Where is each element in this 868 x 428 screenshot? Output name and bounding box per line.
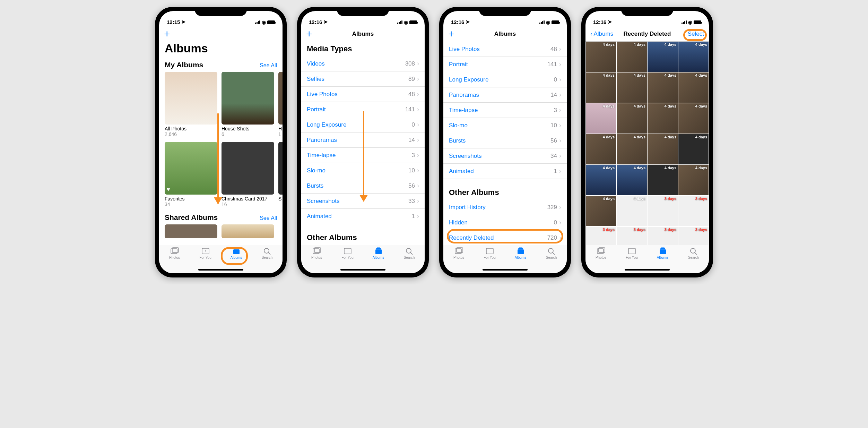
photo-cell[interactable]: 3 days [617,227,647,245]
see-all-link[interactable]: See All [260,62,277,69]
time-label: 12:16 [309,19,322,25]
photo-cell[interactable]: 4 days [617,42,647,72]
list-row[interactable]: Animated1› [301,209,425,224]
album-item[interactable]: All Photos 2,646 [165,72,217,137]
photo-cell[interactable]: 4 days [617,134,647,164]
photo-cell[interactable]: 4 days [678,165,709,195]
tab-search[interactable]: Search [536,247,567,273]
see-all-link[interactable]: See All [260,215,277,221]
photo-cell[interactable]: 4 days [586,165,616,195]
tab-search[interactable]: Search [252,247,283,273]
list-row[interactable]: Time-lapse3› [443,103,567,118]
photo-cell[interactable]: 4 days [648,42,678,72]
foryou-icon [485,247,494,255]
row-value: 56 [408,182,415,189]
album-item[interactable]: ♥ Favorites 34 [165,142,217,207]
photo-cell[interactable]: 4 days [648,165,678,195]
photo-cell[interactable]: 4 days [617,72,647,103]
list-row[interactable]: Screenshots34› [443,148,567,164]
list-row[interactable]: Recently Deleted720› [443,230,567,245]
svg-rect-28 [660,248,665,249]
days-remaining-label: 4 days [603,197,615,201]
photo-cell[interactable]: 4 days [678,72,709,103]
days-remaining-label: 4 days [603,42,615,46]
photo-cell[interactable]: 3 days [648,227,678,245]
list-row[interactable]: Import History329› [443,200,567,215]
list-row[interactable]: Bursts56› [443,133,567,148]
home-indicator[interactable] [340,269,385,271]
chevron-right-icon: › [417,106,419,113]
photo-cell[interactable]: 4 days [678,42,709,72]
screen: 12:16➤ ◉ + Albums Live Photos48›Portrait… [443,11,567,273]
days-remaining-label: 3 days [665,228,676,232]
photo-cell[interactable]: 3 days [586,227,616,245]
album-count: 16 [222,202,274,207]
home-indicator[interactable] [198,269,243,271]
back-button[interactable]: ‹ Albums [590,31,613,37]
days-remaining-label: 4 days [695,104,707,108]
battery-icon [552,20,559,24]
photo-cell[interactable]: 3 days [678,196,709,226]
tab-photos[interactable]: Photos [585,247,616,273]
photo-cell[interactable]: 4 days [617,165,647,195]
days-remaining-label: 4 days [665,73,676,77]
album-item[interactable]: S [278,142,283,207]
list-row[interactable]: Portrait141› [443,57,567,72]
add-button[interactable]: + [306,29,312,39]
row-label: Slo-mo [307,167,408,174]
tab-photos[interactable]: Photos [159,247,190,273]
svg-rect-24 [597,249,604,254]
home-indicator[interactable] [483,269,528,271]
list-row[interactable]: Live Photos48› [443,42,567,57]
tab-search[interactable]: Search [678,247,709,273]
list-row[interactable]: Hidden0› [443,215,567,230]
album-item[interactable] [165,224,217,238]
photo-cell[interactable]: 3 days [678,227,709,245]
home-indicator[interactable] [625,269,670,271]
photo-cell[interactable]: 4 days [586,134,616,164]
photo-cell[interactable]: 4 days [678,103,709,134]
album-thumb [165,72,217,125]
days-remaining-label: 3 days [695,228,707,232]
search-icon [689,247,698,255]
photo-cell[interactable]: 4 days [617,196,647,226]
photo-cell[interactable]: 4 days [586,42,616,72]
svg-rect-11 [375,249,382,254]
photo-cell[interactable]: 4 days [678,134,709,164]
photo-cell[interactable]: 3 days [648,196,678,226]
album-item[interactable]: H 1 [278,72,283,137]
photo-cell[interactable]: 4 days [648,72,678,103]
days-remaining-label: 4 days [603,135,615,139]
list-row[interactable]: Panoramas14› [443,87,567,103]
photo-cell[interactable]: 4 days [586,72,616,103]
location-icon: ➤ [466,19,470,25]
select-button[interactable]: Select [688,31,704,37]
tab-photos[interactable]: Photos [443,247,474,273]
tab-photos[interactable]: Photos [301,247,332,273]
list-row[interactable]: Selfies89› [301,71,425,87]
list-row[interactable]: Animated1› [443,164,567,179]
notch [479,7,531,16]
days-remaining-label: 3 days [634,228,645,232]
list-row[interactable]: Live Photos48› [301,87,425,102]
days-remaining-label: 4 days [665,166,676,170]
tab-search[interactable]: Search [394,247,425,273]
photo-cell[interactable]: 4 days [648,103,678,134]
album-item[interactable]: Christmas Card 2017 16 [222,142,274,207]
photo-cell[interactable]: 4 days [586,196,616,226]
list-row[interactable]: Slo-mo10› [443,118,567,133]
list-row[interactable]: Videos308› [301,56,425,71]
svg-line-15 [410,252,413,255]
photo-cell[interactable]: 4 days [586,103,616,134]
list-row[interactable]: Long Exposure0› [443,72,567,87]
photo-cell[interactable]: 4 days [648,134,678,164]
days-remaining-label: 4 days [603,166,615,170]
tab-label: For You [341,256,353,259]
row-label: Slo-mo [449,122,550,129]
scroll-arrow-annotation [363,111,364,201]
album-item[interactable]: House Shots 6 [222,72,274,137]
add-button[interactable]: + [448,29,454,39]
add-button[interactable]: + [164,29,170,39]
photo-cell[interactable]: 4 days [617,103,647,134]
album-item[interactable] [222,224,274,238]
